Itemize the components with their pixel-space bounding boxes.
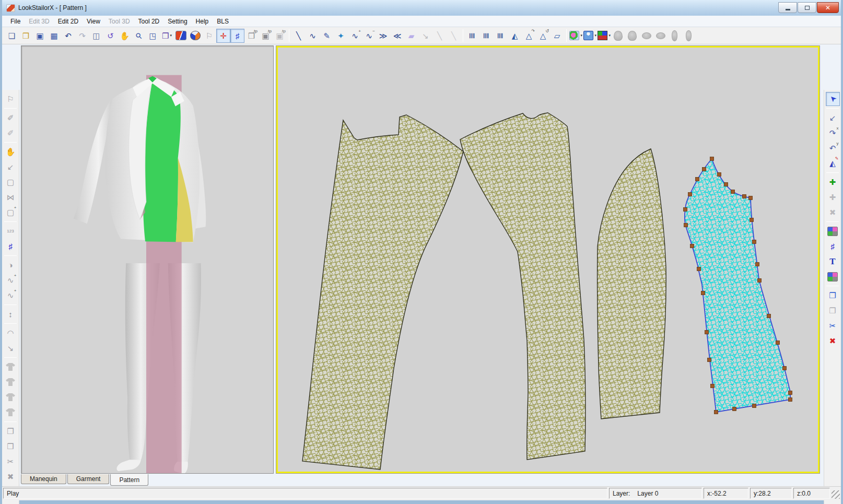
line-tool[interactable]: ╲ (291, 29, 306, 43)
control-point-handle[interactable] (697, 267, 701, 271)
measure-pair-button[interactable]: ≣ (494, 29, 508, 43)
control-point-handle[interactable] (753, 240, 756, 244)
grid-tool[interactable]: ♯ (4, 239, 18, 253)
eraser-tool[interactable]: ▰ (404, 29, 418, 43)
split-curve-tool[interactable]: ≫ (376, 29, 390, 43)
curve-add-point-tool[interactable]: ∿+ (4, 273, 18, 287)
paste-tool[interactable]: ❒ (4, 439, 18, 453)
tp-open-button[interactable]: ❒.tp (244, 29, 259, 43)
control-point-handle[interactable] (690, 244, 694, 248)
menu-bls[interactable]: BLS (213, 17, 233, 26)
garment-open-front-tool[interactable] (4, 360, 18, 374)
save-texture-button[interactable] (826, 224, 840, 238)
dropdown-arrow-icon[interactable]: ▾ (170, 33, 172, 38)
arc-measure-tool[interactable]: ◠ (4, 326, 18, 340)
control-point-handle[interactable] (753, 404, 756, 408)
press-hand-tool[interactable]: ✋ (4, 145, 18, 159)
control-point-handle[interactable] (767, 314, 771, 318)
pan-view-button[interactable]: ✋ (118, 29, 132, 43)
perspective-view-button[interactable]: ◳ (146, 29, 160, 43)
figure-front-button[interactable] (668, 29, 682, 43)
redo-button[interactable]: ↷ (75, 29, 89, 43)
move-point-tool[interactable]: ✛ (216, 29, 230, 43)
title-bar[interactable]: LookStailorX - [ Pattern ] ✕ (2, 0, 841, 16)
dropdown-arrow-icon[interactable]: ▾ (580, 33, 582, 38)
control-point-handle[interactable] (701, 291, 705, 295)
pattern-piece-side[interactable] (598, 149, 666, 419)
delete-tool[interactable]: ✖ (4, 470, 18, 484)
figure-back-button[interactable] (682, 29, 696, 43)
arrow-move-tool[interactable]: ↙ (826, 111, 840, 125)
control-point-handle[interactable] (731, 190, 735, 194)
mannequin-hips-button[interactable] (639, 29, 653, 43)
flip-x-tool[interactable]: ↷x (826, 126, 840, 140)
pattern-piece-front-left[interactable] (302, 115, 463, 470)
render-material-button[interactable] (188, 29, 202, 43)
merge-curve-tool[interactable]: ≪ (390, 29, 404, 43)
tp-save-as-button[interactable]: ▣.tp (273, 29, 287, 43)
cloth-flag-button[interactable]: ⚐ (202, 29, 216, 43)
pencil-tool[interactable]: ✎ (320, 29, 334, 43)
pattern-viewport[interactable] (276, 46, 819, 473)
ruler-button[interactable]: ▱ (550, 29, 564, 43)
height-measure-tool[interactable]: ↕ (4, 307, 18, 321)
curve-tool[interactable]: ∿ (306, 29, 320, 43)
garment-view-button[interactable]: ▾ (583, 29, 597, 43)
tab-garment[interactable]: Garment (67, 474, 110, 484)
dropdown-arrow-icon[interactable]: ▾ (594, 33, 596, 38)
delete-pattern-tool[interactable]: ✖ (826, 334, 840, 348)
add-seam-allowance-2-tool[interactable]: ✚ (826, 190, 840, 204)
arrow-select-tool[interactable]: ↘ (418, 29, 432, 43)
open-file-button[interactable]: ❒ (19, 29, 33, 43)
control-point-handle[interactable] (789, 398, 792, 402)
parallel-line-tool[interactable]: ╲ (447, 29, 461, 43)
copy-tool[interactable]: ❐ (4, 424, 18, 438)
curve-add-point-2-tool[interactable]: ∿+ (4, 288, 18, 302)
mirror-join-tool[interactable]: ⋈ (4, 190, 18, 204)
cloth-flag-tool[interactable]: ⚐ (4, 92, 18, 106)
color-grid-button[interactable]: ▾ (597, 29, 611, 43)
arc-angle-button[interactable]: △↺ (536, 29, 550, 43)
control-point-handle[interactable] (718, 173, 721, 177)
menu-view[interactable]: View (83, 17, 104, 26)
control-point-handle[interactable] (756, 263, 759, 266)
add-curve-point-tool[interactable]: ∿+ (348, 29, 362, 43)
control-point-handle[interactable] (733, 407, 736, 411)
mannequin-bust-button[interactable] (653, 29, 668, 43)
text-tool[interactable]: T (826, 254, 840, 268)
seam-knife-tool[interactable]: ✐ (4, 126, 18, 140)
save-button[interactable]: ▣ (33, 29, 47, 43)
mirror-pen-tool[interactable]: ◭✎ (826, 156, 840, 170)
measure-123-tool[interactable]: 123 (4, 224, 18, 238)
new-document-button[interactable]: ❏ (5, 29, 19, 43)
texture-flower-button[interactable]: ▾ (569, 29, 583, 43)
control-point-handle[interactable] (783, 367, 787, 370)
rotate-angle-button[interactable]: △↷ (522, 29, 536, 43)
pattern-piece-back[interactable] (460, 113, 586, 460)
tp-save-button[interactable]: ▣.tp (259, 29, 273, 43)
menu-tool-2d[interactable]: Tool 2D (134, 17, 164, 26)
control-point-handle[interactable] (708, 358, 711, 362)
restore-button[interactable] (798, 2, 816, 13)
control-point-handle[interactable] (743, 195, 746, 198)
tab-manequin[interactable]: Manequin (21, 474, 66, 484)
split-view-button[interactable]: ◫ (89, 29, 103, 43)
menu-help[interactable]: Help (192, 17, 213, 26)
arrow-tool[interactable]: ↙ (4, 160, 18, 174)
pattern-piece-selected[interactable] (684, 157, 792, 414)
control-point-handle[interactable] (750, 218, 754, 222)
zoom-view-button[interactable]: ⚲ (132, 29, 146, 43)
render-3d-button[interactable] (174, 29, 188, 43)
remove-curve-point-tool[interactable]: ∿− (362, 29, 376, 43)
control-point-handle[interactable] (684, 224, 688, 227)
knife-tool[interactable]: ✐ (4, 111, 18, 125)
control-point-handle[interactable] (789, 391, 792, 395)
cut-tool[interactable]: ✂ (4, 454, 18, 468)
dropdown-arrow-icon[interactable]: ▾ (608, 33, 611, 38)
tab-pattern[interactable]: Pattern (110, 474, 148, 486)
paste-pattern-tool[interactable]: ❒ (826, 303, 840, 318)
grid-pattern-tool[interactable]: ♯ (826, 239, 840, 253)
undo-button[interactable]: ↶ (61, 29, 75, 43)
measure-vertical-button[interactable]: ≣ (465, 29, 479, 43)
control-point-handle[interactable] (711, 384, 715, 388)
